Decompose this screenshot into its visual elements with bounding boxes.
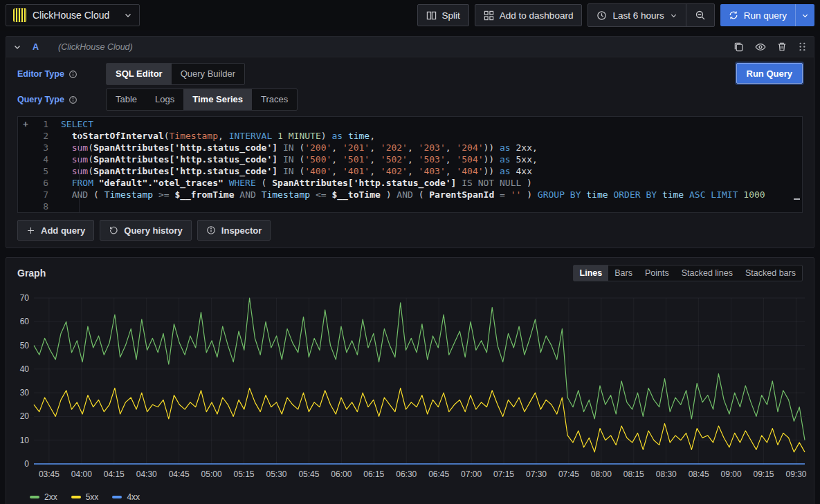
run-query-options-caret[interactable] (795, 4, 814, 26)
sync-icon (729, 10, 738, 20)
query-history-button[interactable]: Query history (100, 220, 192, 241)
chevron-down-icon (670, 12, 677, 19)
x-tick-label: 05:00 (201, 469, 222, 479)
legend-label-4xx: 4xx (127, 492, 140, 502)
line-number: 3 (33, 142, 48, 153)
info-icon[interactable] (69, 70, 78, 79)
x-tick-label: 08:30 (656, 469, 677, 479)
sql-line-3: 3 sum(SpanAttributes['http.status_code']… (18, 142, 802, 153)
sql-line-8: 8 (18, 200, 802, 212)
split-button[interactable]: Split (417, 4, 469, 26)
datasource-label: ClickHouse Cloud (33, 10, 109, 21)
chart-legend: 2xx5xx4xx (6, 492, 814, 504)
line-number: 7 (33, 189, 48, 200)
duplicate-query-icon[interactable] (734, 41, 744, 52)
collapse-chevron-icon[interactable] (13, 43, 21, 51)
clickhouse-logo-icon (13, 8, 27, 22)
history-icon (109, 225, 118, 235)
add-line-icon[interactable]: + (18, 118, 33, 130)
run-query-button[interactable]: Run query (720, 4, 795, 26)
datasource-picker[interactable]: ClickHouse Cloud (6, 4, 140, 26)
x-tick-label: 05:45 (298, 469, 319, 479)
time-controls: Last 6 hours (587, 3, 714, 27)
legend-item-5xx[interactable]: 5xx (71, 492, 99, 502)
info-icon[interactable] (69, 95, 78, 104)
clock-icon (596, 10, 607, 21)
editor-type-label-group: Editor Type (17, 69, 106, 79)
sql-code-editor[interactable]: +1SELECT2 toStartOfInterval(Timestamp, I… (17, 116, 803, 213)
query-type-option-table[interactable]: Table (107, 89, 146, 110)
add-to-dashboard-label: Add to dashboard (500, 10, 574, 21)
sql-line-6: 6 FROM "default"."otel_traces" WHERE ( S… (18, 177, 802, 189)
query-type-option-traces[interactable]: Traces (252, 89, 297, 110)
time-range-picker[interactable]: Last 6 hours (588, 4, 685, 26)
x-tick-label: 08:15 (623, 469, 644, 479)
view-mode-lines[interactable]: Lines (574, 265, 609, 281)
legend-label-2xx: 2xx (44, 492, 57, 502)
query-type-row: Query Type Table Logs Time Series Traces (17, 88, 803, 111)
editor-type-option-query-builder[interactable]: Query Builder (172, 64, 244, 84)
view-mode-points[interactable]: Points (639, 265, 675, 281)
view-mode-stacked-bars[interactable]: Stacked bars (739, 265, 802, 281)
info-circle-icon (206, 225, 216, 235)
query-type-option-time-series[interactable]: Time Series (183, 89, 252, 110)
inspector-button[interactable]: Inspector (197, 220, 271, 241)
graph-panel: Graph Lines Bars Points Stacked lines St… (6, 257, 814, 504)
query-footer-actions: Add query Query history Inspector (17, 220, 803, 241)
add-to-dashboard-button[interactable]: Add to dashboard (475, 4, 583, 26)
x-tick-label: 07:00 (461, 469, 482, 479)
topbar: ClickHouse Cloud Split Add to dashboard … (0, 0, 820, 30)
query-type-label-group: Query Type (17, 95, 106, 104)
x-tick-label: 09:15 (754, 469, 774, 479)
inspector-label: Inspector (221, 225, 262, 236)
y-tick-label: 20 (20, 411, 30, 421)
view-mode-bars[interactable]: Bars (608, 265, 639, 281)
query-editor-panel: A (ClickHouse Cloud) Editor Type SQL Edi… (6, 36, 814, 248)
panel-run-query-button[interactable]: Run Query (736, 63, 803, 84)
dashboard-grid-icon (484, 10, 494, 21)
legend-swatch-2xx (30, 496, 39, 498)
time-range-label: Last 6 hours (612, 10, 664, 21)
line-number: 8 (33, 200, 48, 212)
legend-item-4xx[interactable]: 4xx (112, 492, 140, 502)
view-mode-stacked-lines[interactable]: Stacked lines (675, 265, 739, 281)
query-history-label: Query history (124, 225, 183, 236)
time-series-chart[interactable]: 01020304050607003:4504:0004:1504:3004:45… (6, 283, 814, 492)
sql-line-2: 2 toStartOfInterval(Timestamp, INTERVAL … (18, 130, 802, 142)
remove-query-trash-icon[interactable] (777, 41, 787, 52)
query-row-header: A (ClickHouse Cloud) (6, 37, 814, 57)
drag-handle-icon[interactable] (798, 41, 807, 52)
line-number: 6 (33, 177, 48, 189)
line-number: 2 (33, 130, 48, 142)
y-tick-label: 0 (24, 459, 29, 469)
hide-response-eye-icon[interactable] (755, 41, 766, 53)
x-tick-label: 04:00 (71, 469, 92, 479)
x-tick-label: 04:45 (169, 469, 190, 479)
split-label: Split (442, 10, 460, 21)
query-editor-body: Editor Type SQL Editor Query Builder Que… (6, 57, 814, 248)
query-type-option-logs[interactable]: Logs (146, 89, 183, 110)
sql-line-5: 5 sum(SpanAttributes['http.status_code']… (18, 165, 802, 177)
editor-type-option-sql-editor[interactable]: SQL Editor (107, 64, 172, 84)
y-tick-label: 50 (20, 341, 30, 351)
x-tick-label: 07:45 (558, 469, 579, 479)
x-tick-label: 08:45 (689, 469, 709, 479)
y-tick-label: 60 (20, 317, 30, 326)
line-number: 5 (33, 165, 48, 177)
add-query-button[interactable]: Add query (17, 220, 94, 241)
x-tick-label: 06:45 (428, 469, 449, 479)
run-query-label: Run query (744, 10, 787, 21)
y-tick-label: 40 (20, 364, 30, 374)
x-tick-label: 08:00 (591, 469, 612, 479)
x-tick-label: 07:30 (526, 469, 547, 479)
y-tick-label: 10 (20, 436, 30, 445)
editor-type-label: Editor Type (17, 69, 64, 79)
query-ref-id: A (33, 42, 39, 52)
split-icon (426, 10, 437, 21)
line-number: 1 (33, 118, 48, 130)
zoom-out-time-button[interactable] (686, 4, 714, 26)
query-type-switch: Table Logs Time Series Traces (106, 88, 298, 111)
x-tick-label: 06:30 (396, 469, 417, 479)
run-query-split-button: Run query (720, 4, 814, 26)
legend-item-2xx[interactable]: 2xx (30, 492, 57, 502)
